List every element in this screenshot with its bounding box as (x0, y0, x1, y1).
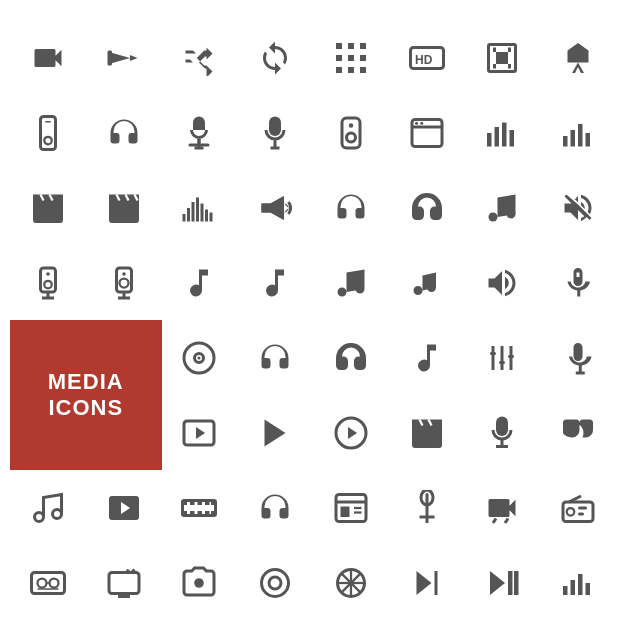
svg-point-54 (119, 278, 128, 287)
icon-cctv (86, 20, 162, 95)
svg-point-108 (49, 578, 58, 587)
svg-rect-125 (514, 571, 519, 595)
svg-rect-88 (205, 500, 210, 505)
svg-rect-4 (336, 55, 342, 61)
icon-headphone-outline (389, 170, 465, 245)
svg-rect-92 (340, 506, 349, 517)
svg-point-102 (567, 508, 575, 516)
svg-point-23 (420, 121, 423, 124)
svg-rect-82 (211, 500, 216, 505)
icon-audio-spectrum (162, 170, 238, 245)
svg-rect-65 (499, 361, 505, 364)
icon-microphone-handheld (237, 95, 313, 170)
icon-equalizer2 (540, 545, 616, 620)
svg-rect-24 (487, 133, 492, 147)
svg-rect-6 (360, 55, 366, 61)
svg-point-46 (489, 212, 498, 221)
svg-rect-1 (336, 43, 342, 49)
icon-play-box (162, 395, 238, 470)
icon-equalizer-bars (465, 95, 541, 170)
icon-tv (86, 545, 162, 620)
icon-megaphone (237, 170, 313, 245)
icon-grid: HD (10, 20, 616, 626)
svg-marker-69 (265, 419, 286, 446)
icon-volume-up (465, 245, 541, 320)
icon-headphones3 (237, 320, 313, 395)
svg-rect-25 (495, 127, 500, 147)
icon-note2 (237, 245, 313, 320)
svg-point-50 (46, 272, 50, 276)
icon-radio (540, 470, 616, 545)
icon-theater-mask (540, 395, 616, 470)
icon-music-note (465, 170, 541, 245)
icon-film-strip2 (162, 470, 238, 545)
icon-video-cam2 (465, 470, 541, 545)
icon-camera (162, 545, 238, 620)
icon-speaker-stand2 (86, 245, 162, 320)
main-container: HD (0, 0, 626, 626)
svg-point-22 (415, 121, 418, 124)
svg-rect-9 (360, 67, 366, 73)
icon-play-solid (237, 395, 313, 470)
icon-browser2 (313, 470, 389, 545)
svg-rect-80 (183, 500, 188, 505)
svg-point-47 (507, 209, 516, 218)
svg-rect-30 (578, 124, 583, 147)
icon-single-note (162, 245, 238, 320)
icon-equalizer-bars2 (540, 95, 616, 170)
svg-rect-42 (196, 197, 199, 221)
svg-rect-7 (336, 67, 342, 73)
svg-point-60 (198, 356, 201, 359)
icon-headphones-outline2 (313, 320, 389, 395)
icon-shuffle (162, 20, 238, 95)
svg-rect-0 (107, 50, 112, 65)
svg-rect-85 (190, 511, 195, 516)
icon-video-tripod (540, 20, 616, 95)
svg-rect-81 (183, 511, 188, 516)
icon-record (237, 545, 313, 620)
svg-rect-109 (109, 572, 139, 593)
icon-microphone-stand (162, 95, 238, 170)
svg-rect-84 (190, 500, 195, 505)
icon-refresh (237, 20, 313, 95)
svg-point-19 (349, 123, 354, 128)
icon-clapperboard-small (10, 170, 86, 245)
icon-play-pause (465, 545, 541, 620)
svg-rect-45 (210, 212, 213, 221)
icon-film-strip (465, 20, 541, 95)
icon-browser-window (389, 95, 465, 170)
svg-rect-64 (490, 352, 496, 355)
icon-film-grid (313, 20, 389, 95)
svg-rect-103 (578, 506, 587, 509)
icon-mic-stand2 (465, 395, 541, 470)
svg-rect-26 (502, 122, 507, 146)
svg-line-100 (505, 518, 508, 523)
svg-rect-27 (510, 130, 515, 147)
svg-rect-8 (348, 67, 354, 73)
svg-rect-3 (360, 43, 366, 49)
icon-clapperboard (86, 170, 162, 245)
svg-marker-68 (196, 427, 205, 439)
svg-line-99 (493, 518, 496, 523)
svg-rect-2 (348, 43, 354, 49)
svg-rect-31 (586, 133, 591, 147)
svg-point-49 (44, 280, 52, 288)
icon-mixer (465, 320, 541, 395)
svg-marker-121 (416, 571, 431, 595)
svg-line-112 (131, 569, 134, 572)
svg-rect-29 (571, 130, 576, 147)
svg-rect-127 (571, 580, 576, 595)
svg-point-107 (37, 578, 46, 587)
svg-rect-44 (205, 209, 208, 221)
icon-speaker-stand (10, 245, 86, 320)
svg-rect-72 (412, 419, 442, 425)
svg-rect-104 (578, 512, 584, 515)
svg-point-18 (346, 133, 355, 142)
icon-clapper2 (389, 395, 465, 470)
icon-mic3 (10, 620, 86, 626)
svg-rect-39 (183, 214, 186, 222)
icon-double-note (313, 245, 389, 320)
svg-rect-124 (508, 571, 513, 595)
svg-marker-123 (490, 571, 505, 595)
icon-hd: HD (389, 20, 465, 95)
